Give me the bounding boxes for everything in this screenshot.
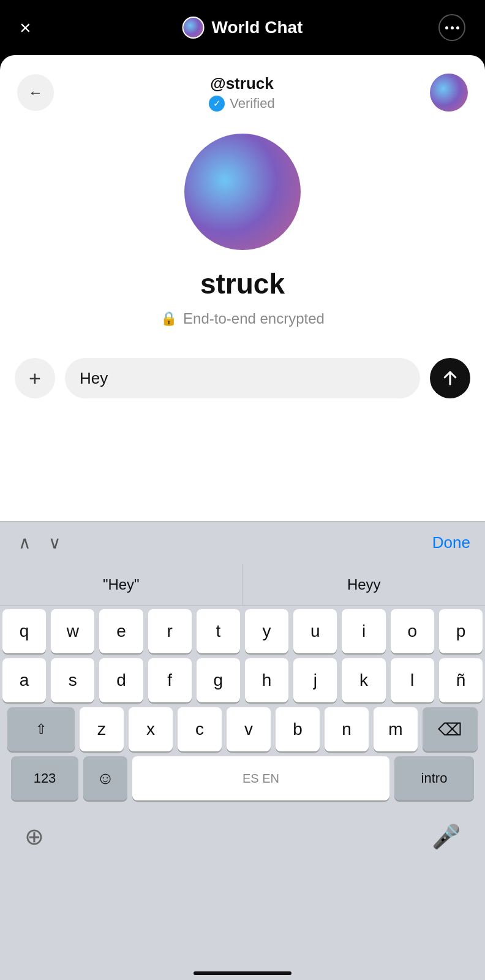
return-button[interactable]: intro xyxy=(394,756,474,800)
more-options-button[interactable] xyxy=(438,14,465,41)
top-bar: × World Chat xyxy=(0,0,485,55)
key-d[interactable]: d xyxy=(99,658,143,702)
key-p[interactable]: p xyxy=(439,609,483,653)
done-button[interactable]: Done xyxy=(432,533,470,552)
close-button[interactable]: × xyxy=(20,18,31,37)
predictive-item-2[interactable]: Heyy xyxy=(243,564,486,605)
top-bar-title: World Chat xyxy=(212,18,303,37)
key-j[interactable]: j xyxy=(293,658,337,702)
arrow-up-button[interactable]: ∧ xyxy=(15,529,35,556)
keyboard-bottom: ⊕ 🎤 xyxy=(0,809,485,864)
header-username: @struck xyxy=(209,74,274,93)
add-attachment-button[interactable]: + xyxy=(15,358,55,398)
key-i[interactable]: i xyxy=(342,609,385,653)
key-s[interactable]: s xyxy=(51,658,94,702)
verified-checkmark-icon: ✓ xyxy=(209,96,225,112)
toolbar-arrows: ∧ ∨ xyxy=(15,529,65,556)
send-button[interactable] xyxy=(430,358,470,398)
profile-name: struck xyxy=(200,267,285,300)
key-row-1: q w e r t y u i o p xyxy=(2,609,483,653)
verified-label: Verified xyxy=(230,96,274,112)
key-row-4: 123 ☺ ES EN intro xyxy=(2,756,483,800)
key-w[interactable]: w xyxy=(51,609,94,653)
emoji-button[interactable]: ☺ xyxy=(83,756,127,800)
key-f[interactable]: f xyxy=(148,658,192,702)
chat-area: ← @struck ✓ Verified struck 🔒 End-to-end… xyxy=(0,55,485,521)
key-b[interactable]: b xyxy=(276,707,320,751)
key-l[interactable]: l xyxy=(391,658,434,702)
chat-header: ← @struck ✓ Verified xyxy=(0,55,485,121)
message-input-text: Hey xyxy=(80,369,108,388)
message-input[interactable]: Hey xyxy=(65,358,420,398)
header-username-area: @struck ✓ Verified xyxy=(209,74,274,112)
key-y[interactable]: y xyxy=(245,609,288,653)
numbers-button[interactable]: 123 xyxy=(11,756,78,800)
key-row-2: a s d f g h j k l ñ xyxy=(2,658,483,702)
keyboard-keys: q w e r t y u i o p a s d f g h j k l ñ … xyxy=(0,606,485,809)
keyboard-toolbar: ∧ ∨ Done xyxy=(0,521,485,564)
globe-icon[interactable]: ⊕ xyxy=(24,823,44,850)
shift-button[interactable]: ⇧ xyxy=(7,707,75,751)
profile-section: struck 🔒 End-to-end encrypted xyxy=(0,121,485,346)
key-k[interactable]: k xyxy=(342,658,385,702)
back-button[interactable]: ← xyxy=(17,74,54,111)
key-q[interactable]: q xyxy=(2,609,46,653)
home-indicator xyxy=(194,971,291,975)
input-area: + Hey xyxy=(0,346,485,411)
key-u[interactable]: u xyxy=(293,609,337,653)
verified-row: ✓ Verified xyxy=(209,96,274,112)
key-m[interactable]: m xyxy=(374,707,418,751)
key-o[interactable]: o xyxy=(391,609,434,653)
header-avatar[interactable] xyxy=(430,74,468,112)
key-n[interactable]: n xyxy=(325,707,369,751)
more-dots-icon xyxy=(445,26,459,29)
key-g[interactable]: g xyxy=(197,658,240,702)
key-x[interactable]: x xyxy=(129,707,173,751)
key-row-3: ⇧ z x c v b n m ⌫ xyxy=(2,707,483,751)
microphone-icon[interactable]: 🎤 xyxy=(432,823,461,850)
encrypted-text: End-to-end encrypted xyxy=(183,310,325,327)
key-c[interactable]: c xyxy=(178,707,222,751)
space-button[interactable]: ES EN xyxy=(132,756,389,800)
key-t[interactable]: t xyxy=(197,609,240,653)
key-e[interactable]: e xyxy=(99,609,143,653)
keyboard-area: ∧ ∨ Done "Hey" Heyy q w e r t y u i o p … xyxy=(0,521,485,980)
send-icon xyxy=(441,369,459,387)
key-r[interactable]: r xyxy=(148,609,192,653)
key-v[interactable]: v xyxy=(227,707,271,751)
top-bar-center: World Chat xyxy=(182,17,303,39)
arrow-down-button[interactable]: ∨ xyxy=(45,529,65,556)
predictive-bar: "Hey" Heyy xyxy=(0,564,485,606)
lock-icon: 🔒 xyxy=(160,311,177,327)
key-a[interactable]: a xyxy=(2,658,46,702)
profile-avatar xyxy=(184,134,301,250)
top-bar-avatar xyxy=(182,17,205,39)
encryption-indicator: 🔒 End-to-end encrypted xyxy=(160,310,325,327)
predictive-item-1[interactable]: "Hey" xyxy=(0,564,243,605)
key-n-tilde[interactable]: ñ xyxy=(439,658,483,702)
backspace-button[interactable]: ⌫ xyxy=(423,707,478,751)
key-h[interactable]: h xyxy=(245,658,288,702)
key-z[interactable]: z xyxy=(80,707,124,751)
